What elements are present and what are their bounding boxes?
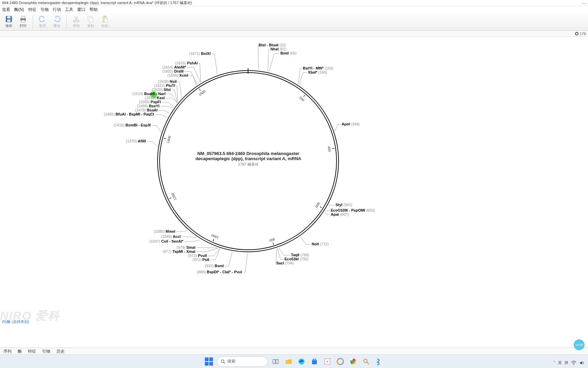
explorer-icon[interactable]	[283, 356, 294, 367]
volume-icon[interactable]	[579, 361, 585, 365]
save-icon	[5, 15, 13, 23]
enzyme-site[interactable]: (1520) SfoI	[152, 88, 171, 92]
ime-method[interactable]: 拼	[565, 360, 568, 365]
svg-line-32	[199, 89, 200, 91]
enzyme-site[interactable]: (979) SmaI	[177, 245, 195, 249]
enzyme-site[interactable]: (972) PvuII	[188, 254, 207, 258]
svg-text:600: 600	[314, 202, 321, 209]
enzyme-site[interactable]: SacI (794)	[276, 261, 294, 265]
enzyme-site[interactable]: Eco53kI (792)	[284, 257, 308, 261]
enzyme-site[interactable]: (1522) PluTI	[154, 83, 175, 88]
taskbar-search[interactable]: 搜索	[217, 356, 268, 367]
redo-button[interactable]: 重做	[51, 14, 63, 29]
snapgene-icon[interactable]	[374, 356, 384, 367]
store-icon[interactable]	[309, 356, 320, 367]
enzyme-site[interactable]: ApoI (348)	[342, 122, 360, 126]
info-bar: 176	[0, 31, 588, 37]
enzyme-site[interactable]: (971) PstI	[193, 258, 209, 262]
edge-icon[interactable]	[296, 356, 307, 367]
task-view-icon[interactable]	[271, 356, 281, 367]
enzyme-site[interactable]: (1519) KasI	[145, 96, 165, 100]
window-title: 694-2460 Drosophila melanogaster decapen…	[2, 0, 192, 5]
enzyme-site[interactable]: StyI (581)	[336, 203, 352, 207]
enzyme-site[interactable]: (1085) MmeI	[154, 229, 175, 233]
print-button[interactable]: 打印	[17, 14, 29, 29]
svg-text:800: 800	[269, 237, 276, 243]
title-bar: 694-2460 Drosophila melanogaster decapen…	[0, 0, 588, 6]
enzyme-site[interactable]: BmtI (65)	[280, 51, 296, 55]
svg-line-35	[224, 362, 225, 364]
enzyme-site[interactable]: (977) TspMI - XmaI	[163, 249, 195, 254]
svg-line-18	[304, 95, 305, 97]
clock-widget[interactable]: 14:28	[574, 339, 585, 350]
enzyme-site[interactable]: (932) BsmI	[205, 264, 224, 268]
enzyme-site[interactable]: (1599) XcmI	[167, 73, 188, 77]
menu-enzymes[interactable]: 酶(N)	[14, 7, 24, 12]
menu-view[interactable]: 览看	[2, 7, 10, 12]
length-indicator: 176	[580, 32, 586, 36]
tab-features[interactable]: 特征	[28, 349, 36, 354]
enzyme-site[interactable]: EcoO109I - PspOMI (603)	[331, 208, 375, 212]
enzyme-site[interactable]: (1037) CsiI - SexAI*	[149, 239, 183, 243]
menu-primers[interactable]: 引物	[40, 7, 49, 12]
enzyme-site[interactable]: BtsI - BtsαI (32)	[259, 43, 286, 47]
minimize-button[interactable]: —	[582, 1, 586, 5]
enzyme-site[interactable]: (1499) BseYI	[137, 104, 159, 108]
plasmid-title: NM_057963.5 694-2460 Drosophila melanoga…	[180, 151, 316, 167]
app2-icon[interactable]	[335, 356, 345, 367]
svg-rect-2	[7, 19, 11, 22]
menu-help[interactable]: 帮助	[89, 7, 98, 12]
tab-enzymes[interactable]: 酶	[18, 349, 22, 354]
app3-icon[interactable]	[361, 356, 371, 367]
enzyme-site[interactable]: NheI (61)	[271, 47, 286, 51]
plasmid-canvas[interactable]: 2004006008001000120014001600 NM_057963.5…	[0, 37, 588, 345]
enzyme-site[interactable]: (1479) BsaAI	[135, 108, 158, 112]
windows-icon	[205, 357, 213, 366]
undo-icon	[38, 15, 47, 23]
tab-sequence[interactable]: 序列	[3, 349, 12, 354]
enzyme-site[interactable]: (1519) BsaHI - NarI	[132, 92, 165, 96]
enzyme-site[interactable]: (1614) AlwNI*	[162, 65, 186, 69]
menu-window[interactable]: 窗口	[77, 7, 85, 12]
enzyme-site[interactable]: (1539) NsiI	[158, 79, 177, 83]
ime-lang[interactable]: 英	[558, 360, 562, 365]
paste-button[interactable]: 粘贴	[99, 14, 111, 29]
cut-button[interactable]: 剪切	[70, 14, 82, 29]
enzyme-site[interactable]: (1416) BsmBI - Esp3I	[114, 123, 151, 127]
menu-tools[interactable]: 工具	[65, 7, 73, 12]
copy-button[interactable]: 复制	[84, 14, 97, 29]
tray-chevron-icon[interactable]: ˄	[553, 361, 555, 365]
enzyme-site[interactable]: NotI (712)	[312, 242, 329, 246]
wifi-icon[interactable]	[571, 361, 576, 365]
enzyme-site[interactable]: (1370) AflIII	[126, 139, 146, 143]
app1-icon[interactable]: ✦	[322, 356, 332, 367]
taskbar: 搜索 ✦	[0, 354, 588, 368]
enzyme-site[interactable]: XbaI* (166)	[308, 70, 327, 74]
svg-rect-37	[276, 359, 278, 364]
enzyme-site[interactable]: (1503) PspFI	[139, 100, 161, 104]
menu-features[interactable]: 特征	[28, 7, 36, 12]
enzyme-site[interactable]: (1602) DraIII	[162, 69, 183, 73]
print-icon	[19, 15, 27, 23]
enzyme-site[interactable]: (1049) AccI	[161, 234, 181, 239]
copy-icon	[86, 15, 95, 23]
enzyme-site[interactable]: TaqII (789)	[291, 253, 309, 257]
chrome-icon[interactable]	[348, 356, 358, 367]
svg-rect-4	[21, 16, 25, 18]
enzyme-site[interactable]: BstYI - MflI* (163)	[303, 66, 333, 70]
bottom-tabs: 序列 酶 特征 引物 历史	[0, 348, 588, 354]
save-button[interactable]: 保存	[3, 14, 15, 29]
tab-history[interactable]: 历史	[56, 349, 65, 354]
enzyme-site[interactable]: (1671) BstXI	[189, 51, 211, 56]
enzyme-site[interactable]: (1465) BfuAI - BspMI - PaqCI	[104, 112, 154, 116]
enzyme-site[interactable]: (885) BspDI* - ClaI* - PvuI	[197, 270, 242, 274]
start-button[interactable]	[204, 356, 214, 367]
enzyme-site[interactable]: ApaI (607)	[331, 212, 349, 216]
enzyme-site[interactable]: (1615) PshAI	[175, 61, 198, 65]
menu-actions[interactable]: 行动	[53, 7, 61, 12]
plasmid-length: 1767 碱基对	[180, 162, 316, 167]
tab-primers[interactable]: 引物	[42, 349, 50, 354]
undo-button[interactable]: 取消	[36, 14, 49, 29]
circular-icon	[575, 32, 578, 35]
svg-line-28	[169, 198, 171, 199]
